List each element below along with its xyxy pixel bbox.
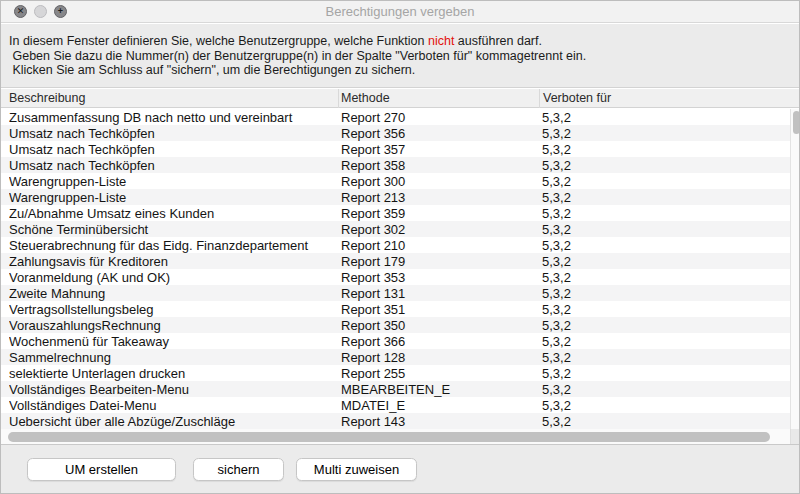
vertical-scrollbar-track[interactable] bbox=[790, 109, 800, 429]
cell-methode: Report 359 bbox=[341, 205, 536, 221]
cell-methode: Report 350 bbox=[341, 317, 536, 333]
cell-beschreibung: Umsatz nach Techköpfen bbox=[9, 141, 333, 157]
cell-verboten-fuer[interactable]: 5,3,2 bbox=[542, 301, 782, 317]
cell-verboten-fuer[interactable]: 5,3,2 bbox=[542, 317, 782, 333]
table-row[interactable]: Uebersicht über alle Abzüge/Zuschläge Re… bbox=[1, 413, 790, 429]
table-row[interactable]: Schöne Terminübersicht Report 302 5,3,2 bbox=[1, 221, 790, 237]
cell-verboten-fuer[interactable]: 5,3,2 bbox=[542, 141, 782, 157]
cell-verboten-fuer[interactable]: 5,3,2 bbox=[542, 381, 782, 397]
berechtigungen-window: ✕ + Berechtigungen vergeben In diesem Fe… bbox=[0, 0, 800, 494]
cell-beschreibung: Sammelrechnung bbox=[9, 349, 333, 365]
sichern-button[interactable]: sichern bbox=[193, 458, 284, 481]
table-row[interactable]: Sammelrechnung Report 128 5,3,2 bbox=[1, 349, 790, 365]
table-row[interactable]: Umsatz nach Techköpfen Report 358 5,3,2 bbox=[1, 157, 790, 173]
cell-methode: Report 179 bbox=[341, 253, 536, 269]
cell-beschreibung: Vollständiges Datei-Menu bbox=[9, 397, 333, 413]
cell-verboten-fuer[interactable]: 5,3,2 bbox=[542, 413, 782, 429]
cell-verboten-fuer[interactable]: 5,3,2 bbox=[542, 397, 782, 413]
table-row[interactable]: Warengruppen-Liste Report 213 5,3,2 bbox=[1, 189, 790, 205]
table-row[interactable]: Zweite Mahnung Report 131 5,3,2 bbox=[1, 285, 790, 301]
table-header: Beschreibung Methode Verboten für bbox=[1, 89, 799, 108]
cell-methode: Report 353 bbox=[341, 269, 536, 285]
cell-beschreibung: Warengruppen-Liste bbox=[9, 189, 333, 205]
horizontal-scrollbar-thumb[interactable] bbox=[8, 432, 770, 442]
cell-beschreibung: Wochenmenü für Takeaway bbox=[9, 333, 333, 349]
column-header-beschreibung[interactable]: Beschreibung bbox=[9, 89, 85, 108]
table-row[interactable]: Steuerabrechnung für das Eidg. Finanzdep… bbox=[1, 237, 790, 253]
cell-methode: Report 357 bbox=[341, 141, 536, 157]
cell-verboten-fuer[interactable]: 5,3,2 bbox=[542, 221, 782, 237]
cell-beschreibung: Steuerabrechnung für das Eidg. Finanzdep… bbox=[9, 237, 333, 253]
highlighted-word-nicht: nicht bbox=[428, 34, 454, 48]
table-row[interactable]: Warengruppen-Liste Report 300 5,3,2 bbox=[1, 173, 790, 189]
cell-verboten-fuer[interactable]: 5,3,2 bbox=[542, 189, 782, 205]
cell-methode: Report 356 bbox=[341, 125, 536, 141]
cell-verboten-fuer[interactable]: 5,3,2 bbox=[542, 173, 782, 189]
column-header-verboten-fuer[interactable]: Verboten für bbox=[543, 89, 611, 108]
cell-verboten-fuer[interactable]: 5,3,2 bbox=[542, 285, 782, 301]
cell-beschreibung: Vollständiges Bearbeiten-Menu bbox=[9, 381, 333, 397]
button-bar: UM erstellen sichern Multi zuweisen bbox=[1, 444, 799, 494]
cell-beschreibung: Zweite Mahnung bbox=[9, 285, 333, 301]
cell-beschreibung: Zu/Abnahme Umsatz eines Kunden bbox=[9, 205, 333, 221]
cell-methode: MDATEI_E bbox=[341, 397, 536, 413]
cell-beschreibung: Uebersicht über alle Abzüge/Zuschläge bbox=[9, 413, 333, 429]
table-row[interactable]: Umsatz nach Techköpfen Report 356 5,3,2 bbox=[1, 125, 790, 141]
cell-beschreibung: selektierte Unterlagen drucken bbox=[9, 365, 333, 381]
cell-beschreibung: Warengruppen-Liste bbox=[9, 173, 333, 189]
cell-verboten-fuer[interactable]: 5,3,2 bbox=[542, 237, 782, 253]
cell-verboten-fuer[interactable]: 5,3,2 bbox=[542, 349, 782, 365]
scrollbar-corner bbox=[790, 429, 800, 444]
cell-methode: Report 255 bbox=[341, 365, 536, 381]
table-row[interactable]: Zahlungsavis für Kreditoren Report 179 5… bbox=[1, 253, 790, 269]
cell-beschreibung: VorauszahlungsRechnung bbox=[9, 317, 333, 333]
instruction-text: ausführen darf. bbox=[454, 34, 542, 48]
window-title: Berechtigungen vergeben bbox=[1, 1, 799, 23]
cell-verboten-fuer[interactable]: 5,3,2 bbox=[542, 109, 782, 125]
cell-methode: Report 270 bbox=[341, 109, 536, 125]
instruction-text: In diesem Fenster definieren Sie, welche… bbox=[9, 34, 428, 48]
um-erstellen-button[interactable]: UM erstellen bbox=[27, 458, 176, 481]
cell-methode: MBEARBEITEN_E bbox=[341, 381, 536, 397]
instruction-line-2: Geben Sie dazu die Nummer(n) der Benutze… bbox=[9, 49, 799, 64]
cell-methode: Report 213 bbox=[341, 189, 536, 205]
vertical-scrollbar-thumb[interactable] bbox=[793, 111, 800, 134]
cell-beschreibung: Zahlungsavis für Kreditoren bbox=[9, 253, 333, 269]
title-bar: ✕ + Berechtigungen vergeben bbox=[1, 1, 799, 23]
table-body: Zusammenfassung DB nach netto und verein… bbox=[1, 109, 790, 429]
table-row[interactable]: VorauszahlungsRechnung Report 350 5,3,2 bbox=[1, 317, 790, 333]
instructions-panel: In diesem Fenster definieren Sie, welche… bbox=[1, 24, 799, 88]
cell-methode: Report 366 bbox=[341, 333, 536, 349]
cell-verboten-fuer[interactable]: 5,3,2 bbox=[542, 269, 782, 285]
table-row[interactable]: Umsatz nach Techköpfen Report 357 5,3,2 bbox=[1, 141, 790, 157]
cell-methode: Report 128 bbox=[341, 349, 536, 365]
table-row[interactable]: Vollständiges Datei-Menu MDATEI_E 5,3,2 bbox=[1, 397, 790, 413]
cell-verboten-fuer[interactable]: 5,3,2 bbox=[542, 253, 782, 269]
cell-beschreibung: Schöne Terminübersicht bbox=[9, 221, 333, 237]
multi-zuweisen-button[interactable]: Multi zuweisen bbox=[296, 458, 417, 481]
column-separator bbox=[539, 89, 540, 108]
instruction-line-3: Klicken Sie am Schluss auf "sichern", um… bbox=[9, 63, 799, 78]
cell-beschreibung: Umsatz nach Techköpfen bbox=[9, 125, 333, 141]
table-row[interactable]: Wochenmenü für Takeaway Report 366 5,3,2 bbox=[1, 333, 790, 349]
cell-verboten-fuer[interactable]: 5,3,2 bbox=[542, 365, 782, 381]
table-row[interactable]: Vertragsollstellungsbeleg Report 351 5,3… bbox=[1, 301, 790, 317]
table-row[interactable]: Voranmeldung (AK und OK) Report 353 5,3,… bbox=[1, 269, 790, 285]
table-row[interactable]: Zu/Abnahme Umsatz eines Kunden Report 35… bbox=[1, 205, 790, 221]
cell-verboten-fuer[interactable]: 5,3,2 bbox=[542, 333, 782, 349]
instruction-line-1: In diesem Fenster definieren Sie, welche… bbox=[9, 34, 799, 49]
table-row[interactable]: Vollständiges Bearbeiten-Menu MBEARBEITE… bbox=[1, 381, 790, 397]
cell-verboten-fuer[interactable]: 5,3,2 bbox=[542, 157, 782, 173]
cell-beschreibung: Vertragsollstellungsbeleg bbox=[9, 301, 333, 317]
cell-beschreibung: Zusammenfassung DB nach netto und verein… bbox=[9, 109, 333, 125]
table-row[interactable]: Zusammenfassung DB nach netto und verein… bbox=[1, 109, 790, 125]
cell-beschreibung: Voranmeldung (AK und OK) bbox=[9, 269, 333, 285]
cell-verboten-fuer[interactable]: 5,3,2 bbox=[542, 125, 782, 141]
cell-verboten-fuer[interactable]: 5,3,2 bbox=[542, 205, 782, 221]
cell-methode: Report 300 bbox=[341, 173, 536, 189]
cell-methode: Report 210 bbox=[341, 237, 536, 253]
horizontal-scrollbar-track[interactable] bbox=[1, 429, 790, 444]
column-header-methode[interactable]: Methode bbox=[341, 89, 390, 108]
table-row[interactable]: selektierte Unterlagen drucken Report 25… bbox=[1, 365, 790, 381]
cell-beschreibung: Umsatz nach Techköpfen bbox=[9, 157, 333, 173]
